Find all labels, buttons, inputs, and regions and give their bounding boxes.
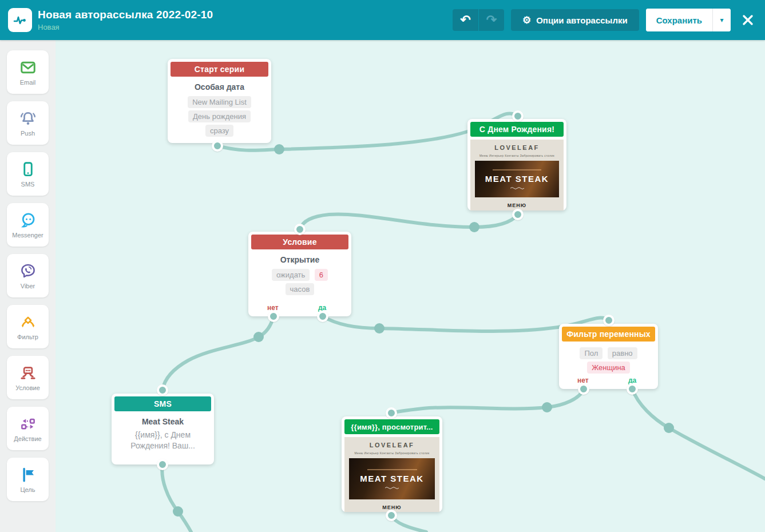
chat-icon	[19, 212, 37, 229]
wire-email2-offscreen	[391, 515, 426, 532]
preview-hero-image: MEAT STEAK	[475, 161, 559, 197]
condition-icon	[18, 364, 38, 382]
sidebar-item-label: Цель	[20, 486, 35, 493]
wait-tag: ожидать	[272, 269, 310, 281]
node-header: С Днем Рождения!	[470, 122, 564, 137]
close-icon	[742, 14, 754, 26]
node-series-start[interactable]: Старт серии Особая дата New Mailing List…	[168, 59, 271, 143]
sidebar-item-label: Условие	[15, 384, 40, 391]
wire-midpoint-dot[interactable]	[253, 332, 264, 342]
preview-hero-title: MEAT STEAK	[360, 474, 423, 483]
filter-icon	[18, 313, 38, 331]
pulse-icon	[13, 13, 27, 27]
sidebar-item-label: Viber	[21, 283, 35, 289]
gear-icon: ⚙	[522, 15, 531, 25]
wire-sms-offscreen	[162, 464, 191, 532]
undo-redo-group: ↶ ↷	[453, 9, 504, 31]
wait-value-tag: 6	[315, 269, 328, 281]
sidebar-item-label: Фильтр	[17, 334, 38, 340]
node-email-reminder[interactable]: {{имя}}, просмотрит... LOVELEAF Меню Инт…	[342, 416, 442, 512]
sidebar-item-email[interactable]: Email	[7, 50, 49, 94]
connector-condition-top[interactable]	[294, 224, 306, 235]
node-header: {{имя}}, просмотрит...	[344, 419, 439, 434]
wire-filter-no-to-email2	[391, 389, 584, 413]
sidebar-item-goal[interactable]: Цель	[7, 458, 49, 501]
flow-canvas[interactable]: Старт серии Особая дата New Mailing List…	[56, 40, 765, 532]
wire-email1-to-condition	[300, 214, 518, 229]
sidebar-item-viber[interactable]: Viber	[7, 254, 49, 297]
app-logo	[8, 8, 32, 32]
connector-start-bottom[interactable]	[212, 140, 223, 152]
preview-brand-logo: LOVELEAF	[470, 140, 564, 151]
preview-nav-links: Меню Интерьер Контакты Забронировать сто…	[344, 448, 439, 458]
connector-sms-bottom[interactable]	[157, 459, 168, 470]
connector-condition-no[interactable]	[268, 311, 279, 322]
sidebar-item-filter[interactable]: Фильтр	[7, 305, 49, 348]
redo-button[interactable]: ↷	[478, 9, 504, 31]
sidebar-item-condition[interactable]: Условие	[7, 356, 49, 399]
chevron-down-icon: ▾	[720, 16, 723, 24]
node-header: Фильтр переменных	[562, 327, 655, 342]
value-tag: Женщина	[587, 362, 630, 374]
close-button[interactable]	[740, 12, 756, 28]
squiggle-icon	[510, 186, 525, 189]
wire-midpoint-dot[interactable]	[274, 144, 284, 154]
undo-icon: ↶	[460, 13, 470, 27]
sidebar-item-label: Messenger	[12, 232, 43, 239]
connector-email1-top[interactable]	[512, 110, 524, 122]
variable-tag: Пол	[580, 347, 603, 359]
tools-sidebar: Email Push SMS Messenger	[0, 40, 56, 532]
save-button[interactable]: Сохранить	[646, 9, 712, 31]
sidebar-item-action[interactable]: Действие	[7, 407, 49, 450]
sidebar-item-sms[interactable]: SMS	[7, 152, 49, 196]
node-sms[interactable]: SMS Meat Steak {{имя}}, с Днем Рождения!…	[112, 394, 214, 464]
page-subtitle: Новая	[38, 23, 213, 31]
node-header: Старт серии	[171, 62, 268, 77]
mailing-list-tag: New Mailing List	[188, 96, 251, 108]
bell-icon	[19, 110, 37, 127]
autoflow-options-button[interactable]: ⚙ Опции авторассылки	[511, 9, 639, 31]
undo-button[interactable]: ↶	[453, 9, 478, 31]
wire-midpoint-dot[interactable]	[664, 423, 674, 433]
wire-midpoint-dot[interactable]	[374, 323, 385, 334]
save-split-button: Сохранить ▾	[646, 9, 731, 31]
wire-midpoint-dot[interactable]	[542, 402, 552, 412]
action-icon	[19, 415, 37, 432]
connector-condition-yes[interactable]	[317, 311, 328, 322]
sidebar-item-label: Действие	[14, 435, 41, 442]
email-icon	[19, 59, 37, 76]
wire-condition-no-to-sms	[162, 316, 274, 390]
connector-filter-top[interactable]	[603, 315, 615, 326]
node-variable-filter[interactable]: Фильтр переменных Пол равно Женщина нет …	[559, 324, 658, 389]
options-button-label: Опции авторассылки	[536, 15, 628, 25]
wire-midpoint-dot[interactable]	[173, 506, 183, 517]
flag-icon	[19, 466, 37, 483]
operator-tag: равно	[608, 347, 637, 359]
sidebar-item-label: Push	[21, 130, 35, 137]
sidebar-item-push[interactable]: Push	[7, 101, 49, 145]
node-condition[interactable]: Условие Открытие ожидать 6 часов нет да	[248, 232, 351, 316]
sidebar-item-messenger[interactable]: Messenger	[7, 203, 49, 247]
sidebar-item-label: Email	[20, 79, 36, 86]
wire-midpoint-dot[interactable]	[469, 222, 479, 232]
squiggle-icon	[385, 486, 399, 489]
event-tag: День рождения	[188, 110, 251, 122]
viber-icon	[19, 263, 37, 280]
connector-email2-bottom[interactable]	[386, 510, 397, 521]
preview-hero-tagline	[493, 169, 541, 170]
save-dropdown-button[interactable]: ▾	[712, 9, 731, 31]
connector-sms-top[interactable]	[157, 384, 168, 396]
top-header-bar: Новая авторассылка 2022-02-10 Новая ↶ ↷ …	[0, 0, 765, 40]
node-email-birthday[interactable]: С Днем Рождения! LOVELEAF Меню Интерьер …	[467, 119, 566, 211]
smartphone-icon	[19, 161, 37, 178]
email-preview: LOVELEAF Меню Интерьер Контакты Забронир…	[470, 140, 564, 211]
node-header: Условие	[251, 235, 348, 249]
connector-filter-no[interactable]	[578, 383, 589, 395]
preview-nav-links: Меню Интерьер Контакты Забронировать сто…	[470, 151, 564, 161]
preview-hero-title: MEAT STEAK	[485, 174, 549, 184]
timing-tag: сразу	[205, 125, 233, 137]
node-header: SMS	[114, 396, 211, 411]
connector-email2-top[interactable]	[386, 407, 397, 419]
connector-filter-yes[interactable]	[627, 383, 638, 395]
connector-email1-bottom[interactable]	[512, 209, 524, 220]
